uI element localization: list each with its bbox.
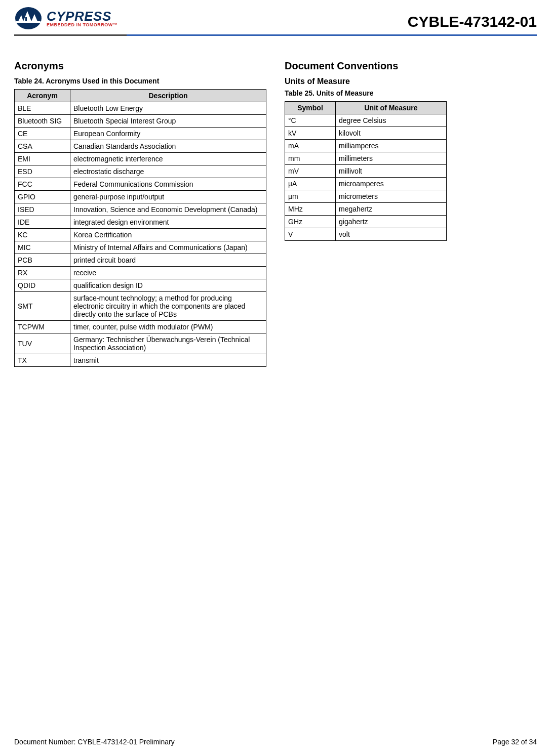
- symbol-cell: µA: [285, 178, 336, 190]
- symbol-cell: µm: [285, 190, 336, 203]
- th-symbol: Symbol: [285, 102, 336, 114]
- description-cell: Federal Communications Commission: [70, 178, 266, 191]
- symbol-cell: mm: [285, 152, 336, 165]
- th-description: Description: [70, 90, 266, 102]
- unit-cell: gigahertz: [336, 216, 447, 228]
- acronym-cell: IDE: [15, 216, 70, 229]
- table-row: EMIelectromagnetic interference: [15, 153, 266, 165]
- description-cell: transmit: [70, 354, 266, 367]
- symbol-cell: °C: [285, 114, 336, 127]
- symbol-cell: kV: [285, 127, 336, 140]
- acronym-cell: GPIO: [15, 191, 70, 203]
- th-acronym: Acronym: [15, 90, 70, 102]
- page-footer: Document Number: CYBLE-473142-01 Prelimi…: [14, 733, 537, 746]
- table-row: TUVGermany: Technischer Überwachungs-Ver…: [15, 333, 266, 354]
- acronym-cell: CE: [15, 128, 70, 140]
- symbol-cell: mV: [285, 165, 336, 178]
- table-row: GPIOgeneral-purpose input/output: [15, 191, 266, 203]
- table-row: MICMinistry of Internal Affairs and Comm…: [15, 241, 266, 254]
- acronym-cell: Bluetooth SIG: [15, 115, 70, 128]
- unit-cell: micrometers: [336, 190, 447, 203]
- symbol-cell: GHz: [285, 216, 336, 228]
- table-row: mAmilliamperes: [285, 140, 447, 152]
- description-cell: Korea Certification: [70, 229, 266, 241]
- unit-cell: volt: [336, 228, 447, 241]
- acronym-cell: SMT: [15, 292, 70, 321]
- page-info: Page 32 of 34: [493, 738, 537, 746]
- cypress-logo-icon: [14, 6, 43, 30]
- table-row: Vvolt: [285, 228, 447, 241]
- table-row: PCBprinted circuit board: [15, 254, 266, 267]
- document-title: CYBLE-473142-01: [408, 13, 537, 30]
- table-row: GHzgigahertz: [285, 216, 447, 228]
- description-cell: integrated design environment: [70, 216, 266, 229]
- table-row: BLEBluetooth Low Energy: [15, 102, 266, 115]
- unit-cell: megahertz: [336, 203, 447, 216]
- description-cell: receive: [70, 267, 266, 279]
- symbol-cell: MHz: [285, 203, 336, 216]
- acronyms-table: Acronym Description BLEBluetooth Low Ene…: [14, 89, 266, 367]
- acronym-cell: EMI: [15, 153, 70, 165]
- brand-word: CYPRESS: [47, 10, 117, 23]
- acronym-cell: ISED: [15, 203, 70, 216]
- description-cell: Canadian Standards Association: [70, 140, 266, 153]
- table-row: FCCFederal Communications Commission: [15, 178, 266, 191]
- units-subheading: Units of Measure: [285, 77, 537, 86]
- table-row: kVkilovolt: [285, 127, 447, 140]
- table-row: CSACanadian Standards Association: [15, 140, 266, 153]
- description-cell: electromagnetic interference: [70, 153, 266, 165]
- conventions-heading: Document Conventions: [285, 60, 537, 72]
- description-cell: Bluetooth Special Interest Group: [70, 115, 266, 128]
- table-row: KCKorea Certification: [15, 229, 266, 241]
- table-24-caption: Table 24. Acronyms Used in this Document: [14, 77, 266, 85]
- table-row: Bluetooth SIGBluetooth Special Interest …: [15, 115, 266, 128]
- description-cell: electrostatic discharge: [70, 165, 266, 178]
- description-cell: Germany: Technischer Überwachungs-Verein…: [70, 333, 266, 354]
- acronym-cell: ESD: [15, 165, 70, 178]
- table-row: ESDelectrostatic discharge: [15, 165, 266, 178]
- description-cell: printed circuit board: [70, 254, 266, 267]
- table-row: MHzmegahertz: [285, 203, 447, 216]
- table-row: mVmillivolt: [285, 165, 447, 178]
- unit-cell: microamperes: [336, 178, 447, 190]
- th-unit: Unit of Measure: [336, 102, 447, 114]
- description-cell: Ministry of Internal Affairs and Communi…: [70, 241, 266, 254]
- svg-rect-1: [16, 21, 41, 23]
- unit-cell: millimeters: [336, 152, 447, 165]
- acronym-cell: PCB: [15, 254, 70, 267]
- acronym-cell: BLE: [15, 102, 70, 115]
- table-row: IDEintegrated design environment: [15, 216, 266, 229]
- acronym-cell: TUV: [15, 333, 70, 354]
- description-cell: qualification design ID: [70, 279, 266, 292]
- acronym-cell: QDID: [15, 279, 70, 292]
- acronym-cell: KC: [15, 229, 70, 241]
- right-column: Document Conventions Units of Measure Ta…: [285, 60, 537, 241]
- description-cell: Bluetooth Low Energy: [70, 102, 266, 115]
- symbol-cell: V: [285, 228, 336, 241]
- table-row: ISEDInnovation, Science and Economic Dev…: [15, 203, 266, 216]
- svg-rect-2: [25, 17, 27, 21]
- acronym-cell: TCPWM: [15, 321, 70, 333]
- left-column: Acronyms Table 24. Acronyms Used in this…: [14, 60, 266, 367]
- table-25-caption: Table 25. Units of Measure: [285, 89, 537, 97]
- acronym-cell: MIC: [15, 241, 70, 254]
- table-row: CEEuropean Conformity: [15, 128, 266, 140]
- description-cell: general-purpose input/output: [70, 191, 266, 203]
- brand-logo: CYPRESS EMBEDDED IN TOMORROW™: [14, 6, 117, 30]
- table-row: µmmicrometers: [285, 190, 447, 203]
- header-rule: [14, 34, 537, 36]
- acronym-cell: TX: [15, 354, 70, 367]
- table-row: TXtransmit: [15, 354, 266, 367]
- acronym-cell: RX: [15, 267, 70, 279]
- page-header: CYPRESS EMBEDDED IN TOMORROW™ CYBLE-4731…: [14, 6, 537, 32]
- acronym-cell: CSA: [15, 140, 70, 153]
- unit-cell: millivolt: [336, 165, 447, 178]
- description-cell: timer, counter, pulse width modulator (P…: [70, 321, 266, 333]
- acronyms-heading: Acronyms: [14, 60, 266, 72]
- acronym-cell: FCC: [15, 178, 70, 191]
- unit-cell: degree Celsius: [336, 114, 447, 127]
- table-row: TCPWMtimer, counter, pulse width modulat…: [15, 321, 266, 333]
- units-table: Symbol Unit of Measure °Cdegree Celsiusk…: [285, 101, 447, 241]
- table-row: °Cdegree Celsius: [285, 114, 447, 127]
- table-row: QDIDqualification design ID: [15, 279, 266, 292]
